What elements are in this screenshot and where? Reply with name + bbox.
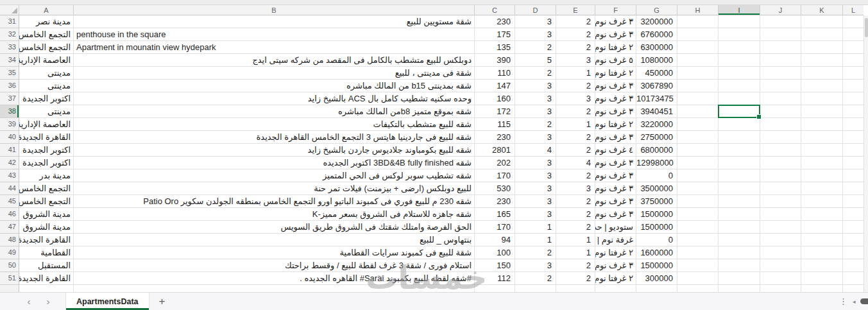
row-header-42[interactable]: 42 bbox=[0, 157, 19, 169]
cell-G42[interactable]: 12998000 bbox=[636, 157, 677, 169]
cell-L31[interactable] bbox=[843, 15, 864, 28]
cell-E48[interactable]: 1 bbox=[556, 234, 595, 246]
column-header-H[interactable]: H bbox=[677, 5, 719, 15]
cell-L32[interactable] bbox=[843, 28, 864, 41]
column-header-K[interactable]: K bbox=[801, 5, 843, 15]
cell-D47[interactable]: 1 bbox=[515, 221, 556, 234]
cell-D44[interactable]: 3 bbox=[515, 182, 556, 195]
cell-J34[interactable] bbox=[760, 54, 801, 67]
cell-G47[interactable]: 1500000 bbox=[636, 221, 677, 234]
cell-G35[interactable]: 450000 bbox=[636, 67, 677, 80]
cell-H34[interactable] bbox=[677, 54, 719, 67]
cell-B49[interactable]: شقة للبيع فى كمبوند سرايات القطامية bbox=[74, 246, 475, 259]
cell-L42[interactable] bbox=[843, 157, 864, 169]
cell-L51[interactable] bbox=[843, 272, 864, 285]
cell-E38[interactable]: 2 bbox=[556, 105, 595, 118]
cell-L40[interactable] bbox=[843, 131, 864, 144]
cell-K43[interactable] bbox=[801, 169, 843, 182]
cell-H37[interactable] bbox=[677, 92, 719, 105]
cell-G45[interactable]: 3750000 bbox=[636, 195, 677, 208]
cell-E51[interactable]: 2 bbox=[556, 272, 595, 285]
row-header-47[interactable]: 47 bbox=[0, 221, 19, 234]
cell-E39[interactable]: 1 bbox=[556, 118, 595, 131]
cell-L34[interactable] bbox=[843, 54, 864, 67]
cell-partial[interactable] bbox=[556, 285, 595, 292]
cell-I51[interactable] bbox=[719, 272, 760, 285]
cell-A44[interactable]: التجمع الخامس bbox=[19, 182, 74, 195]
row-header-32[interactable]: 32 bbox=[0, 28, 19, 41]
cell-I37[interactable] bbox=[719, 92, 760, 105]
cell-C43[interactable]: 170 bbox=[475, 169, 515, 182]
cell-L48[interactable] bbox=[843, 234, 864, 246]
cell-I31[interactable] bbox=[719, 15, 760, 28]
row-header-39[interactable]: 39 bbox=[0, 118, 19, 131]
cell-B37[interactable]: وحده سكنيه تشطيب كامل بال ACS بالشيخ زاي… bbox=[74, 92, 475, 105]
cell-J31[interactable] bbox=[760, 15, 801, 28]
cell-C37[interactable]: 160 bbox=[475, 92, 515, 105]
cell-L46[interactable] bbox=[843, 208, 864, 221]
cell-G38[interactable]: 3940451 bbox=[636, 105, 677, 118]
cell-K36[interactable] bbox=[801, 80, 843, 92]
cell-D31[interactable]: 3 bbox=[515, 15, 556, 28]
column-header-D[interactable]: D bbox=[515, 5, 556, 15]
cell-J49[interactable] bbox=[760, 246, 801, 259]
cell-E33[interactable]: 2 bbox=[556, 41, 595, 54]
cell-L47[interactable] bbox=[843, 221, 864, 234]
cell-J46[interactable] bbox=[760, 208, 801, 221]
column-header-I[interactable]: I bbox=[719, 5, 760, 15]
cell-F49[interactable]: ٢ غرفتا نوم | bbox=[595, 246, 636, 259]
cell-I34[interactable] bbox=[719, 54, 760, 67]
cell-E44[interactable]: 3 bbox=[556, 182, 595, 195]
cell-C50[interactable]: 150 bbox=[475, 259, 515, 272]
column-header-C[interactable]: C bbox=[475, 5, 515, 15]
cell-D39[interactable]: 2 bbox=[515, 118, 556, 131]
cell-H48[interactable] bbox=[677, 234, 719, 246]
cell-B36[interactable]: شقه بمدينتى b15 من المالك مباشره bbox=[74, 80, 475, 92]
cell-H45[interactable] bbox=[677, 195, 719, 208]
cell-G44[interactable]: 3500000 bbox=[636, 182, 677, 195]
row-header-45[interactable]: 45 bbox=[0, 195, 19, 208]
cell-B34[interactable]: دوبلكس للبيع متشطب بالكامل فى المقصد من … bbox=[74, 54, 475, 67]
cell-D46[interactable]: 3 bbox=[515, 208, 556, 221]
cell-F39[interactable]: ٢ غرفتا نوم | bbox=[595, 118, 636, 131]
cell-I50[interactable] bbox=[719, 259, 760, 272]
cell-C48[interactable]: 94 bbox=[475, 234, 515, 246]
cell-H42[interactable] bbox=[677, 157, 719, 169]
cell-B31[interactable]: شقة مستويين للبيع bbox=[74, 15, 475, 28]
cell-B39[interactable]: شقه للبيع متشطب بالتكيفات bbox=[74, 118, 475, 131]
cell-partial[interactable] bbox=[677, 285, 719, 292]
column-header-J[interactable]: J bbox=[760, 5, 801, 15]
cell-B45[interactable]: شقه 230 م للبيع فوري فى كمبوند الباتيو ا… bbox=[74, 195, 475, 208]
cell-J42[interactable] bbox=[760, 157, 801, 169]
cell-D49[interactable]: 2 bbox=[515, 246, 556, 259]
cell-B35[interactable]: شقة فى مدينتى ، للبيع bbox=[74, 67, 475, 80]
cell-C45[interactable]: 230 bbox=[475, 195, 515, 208]
cell-E36[interactable]: 2 bbox=[556, 80, 595, 92]
row-header-49[interactable]: 49 bbox=[0, 246, 19, 259]
cell-E40[interactable]: 2 bbox=[556, 131, 595, 144]
cell-F48[interactable]: غرفة نوم | ح bbox=[595, 234, 636, 246]
cell-E50[interactable]: 2 bbox=[556, 259, 595, 272]
cell-K44[interactable] bbox=[801, 182, 843, 195]
cell-partial[interactable] bbox=[760, 285, 801, 292]
cell-C49[interactable]: 100 bbox=[475, 246, 515, 259]
cell-E47[interactable]: 2 bbox=[556, 221, 595, 234]
cell-F32[interactable]: ٣ غرف نوم bbox=[595, 28, 636, 41]
cell-I40[interactable] bbox=[719, 131, 760, 144]
cell-I35[interactable] bbox=[719, 67, 760, 80]
cell-J48[interactable] bbox=[760, 234, 801, 246]
next-sheet-chevron-icon[interactable]: › bbox=[38, 293, 58, 310]
cell-D37[interactable]: 3 bbox=[515, 92, 556, 105]
cell-E42[interactable]: 4 bbox=[556, 157, 595, 169]
cell-D33[interactable]: 2 bbox=[515, 41, 556, 54]
cell-D43[interactable]: 3 bbox=[515, 169, 556, 182]
overflow-menu-icon[interactable]: ⋮ bbox=[834, 297, 853, 306]
cell-J44[interactable] bbox=[760, 182, 801, 195]
row-header-46[interactable]: 46 bbox=[0, 208, 19, 221]
cell-F33[interactable]: ٢ غرفتا نوم | bbox=[595, 41, 636, 54]
cell-F34[interactable]: ٥ غرف نوم bbox=[595, 54, 636, 67]
cell-A47[interactable]: مدينة الشروق bbox=[19, 221, 74, 234]
cell-F42[interactable]: ٣ غرف نوم bbox=[595, 157, 636, 169]
cell-F36[interactable]: ٣ غرف نوم bbox=[595, 80, 636, 92]
cell-L36[interactable] bbox=[843, 80, 864, 92]
